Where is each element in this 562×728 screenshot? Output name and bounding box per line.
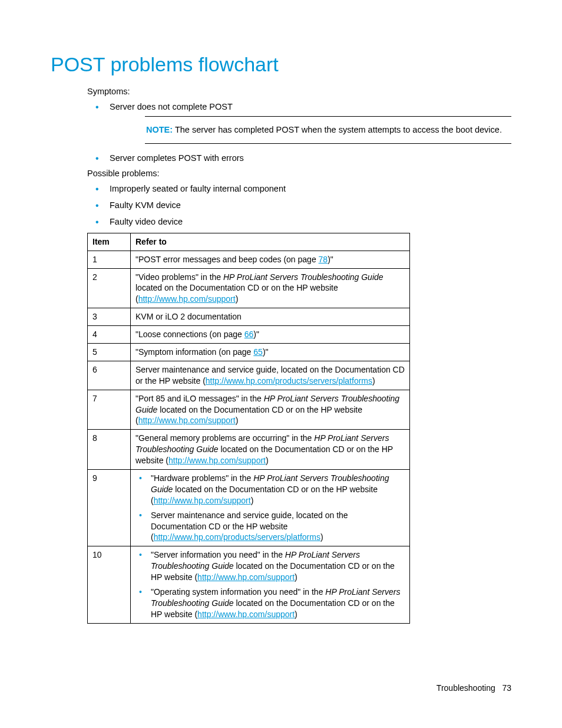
text: )" <box>253 330 259 339</box>
page: POST problems flowchart Symptoms: Server… <box>0 0 562 728</box>
text: )" <box>328 255 333 264</box>
page-link[interactable]: 78 <box>319 255 328 264</box>
content-body: Symptoms: Server does not complete POST … <box>87 87 511 624</box>
cell-refer: "Hardware problems" in the HP ProLiant S… <box>131 470 410 546</box>
url-link[interactable]: http://www.hp.com/support <box>197 572 295 582</box>
cell-item: 4 <box>88 326 131 344</box>
cell-item: 3 <box>88 308 131 326</box>
cell-refer: "Loose connections (on page 66)" <box>131 326 410 344</box>
cell-item: 9 <box>88 470 131 546</box>
url-link[interactable]: http://www.hp.com/support <box>168 456 266 465</box>
list-item: Faulty KVM device <box>87 199 511 211</box>
cell-refer: "Symptom information (on page 65)" <box>131 344 410 361</box>
text: ) <box>372 376 375 386</box>
list-item: Faulty video device <box>87 216 511 228</box>
text: ) <box>251 496 254 505</box>
url-link[interactable]: http://www.hp.com/support <box>138 294 236 304</box>
table-row: 5 "Symptom information (on page 65)" <box>88 344 410 361</box>
url-link[interactable]: http://www.hp.com/products/servers/platf… <box>206 376 372 386</box>
text: "Port 85 and iLO messages" in the <box>135 394 264 403</box>
text: "Server information you need" in the <box>151 550 285 559</box>
col-header-refer: Refer to <box>131 233 410 251</box>
text: )" <box>263 347 269 357</box>
text: "Loose connections (on page <box>135 330 244 339</box>
text: ) <box>320 532 323 542</box>
cell-item: 10 <box>88 546 131 623</box>
cell-item: 1 <box>88 251 131 268</box>
table-row: 2 "Video problems" in the HP ProLiant Se… <box>88 268 410 308</box>
cell-item: 5 <box>88 344 131 361</box>
text: ) <box>236 294 239 304</box>
cell-refer: KVM or iLO 2 documentation <box>131 308 410 326</box>
list-item: "Hardware problems" in the HP ProLiant S… <box>135 473 405 506</box>
text: ) <box>236 416 239 425</box>
list-item: Server maintenance and service guide, lo… <box>135 510 405 543</box>
cell-refer: "Server information you need" in the HP … <box>131 546 410 623</box>
list-item: Improperly seated or faulty internal com… <box>87 183 511 195</box>
inner-list: "Server information you need" in the HP … <box>135 549 405 620</box>
table-row: 1 "POST error messages and beep codes (o… <box>88 251 410 268</box>
page-link[interactable]: 66 <box>244 330 254 339</box>
table-row: 4 "Loose connections (on page 66)" <box>88 326 410 344</box>
inner-list: "Hardware problems" in the HP ProLiant S… <box>135 473 405 543</box>
cell-refer: "Port 85 and iLO messages" in the HP Pro… <box>131 390 410 430</box>
url-link[interactable]: http://www.hp.com/support <box>197 610 295 619</box>
symptoms-list: Server does not complete POST NOTE: The … <box>87 101 511 164</box>
table-row: 3 KVM or iLO 2 documentation <box>88 308 410 326</box>
list-item: "Server information you need" in the HP … <box>135 549 405 583</box>
table-row: 8 "General memory problems are occurring… <box>88 430 410 470</box>
list-item: Server completes POST with errors <box>87 152 511 164</box>
problems-label: Possible problems: <box>87 169 511 178</box>
table-row: 7 "Port 85 and iLO messages" in the HP P… <box>88 390 410 430</box>
page-link[interactable]: 65 <box>253 347 263 357</box>
cell-refer: "POST error messages and beep codes (on … <box>131 251 410 268</box>
url-link[interactable]: http://www.hp.com/support <box>138 416 236 425</box>
text: "Operating system information you need" … <box>151 587 325 597</box>
symptoms-label: Symptoms: <box>87 87 511 96</box>
table-row: 10 "Server information you need" in the … <box>88 546 410 623</box>
symptom-text: Server does not complete POST <box>110 102 233 111</box>
text: ) <box>295 572 297 582</box>
text: "Video problems" in the <box>135 272 223 282</box>
cell-refer: Server maintenance and service guide, lo… <box>131 361 410 390</box>
reference-table: Item Refer to 1 "POST error messages and… <box>87 233 410 624</box>
col-header-item: Item <box>88 233 131 251</box>
cell-item: 2 <box>88 268 131 308</box>
table-header-row: Item Refer to <box>88 233 410 251</box>
footer-page-number: 73 <box>502 683 511 693</box>
note-label: NOTE: <box>146 125 173 134</box>
cell-item: 6 <box>88 361 131 390</box>
text: ) <box>295 610 297 619</box>
text: ) <box>266 456 269 465</box>
cell-refer: "Video problems" in the HP ProLiant Serv… <box>131 268 410 308</box>
table-row: 6 Server maintenance and service guide, … <box>88 361 410 390</box>
url-link[interactable]: http://www.hp.com/products/servers/platf… <box>154 532 320 542</box>
cell-refer: "General memory problems are occurring" … <box>131 430 410 470</box>
doc-title: HP ProLiant Servers Troubleshooting Guid… <box>223 272 384 282</box>
text: "General memory problems are occurring" … <box>135 433 314 443</box>
table-row: 9 "Hardware problems" in the HP ProLiant… <box>88 470 410 546</box>
footer-section: Troubleshooting <box>437 683 495 693</box>
text: "POST error messages and beep codes (on … <box>135 255 319 264</box>
note-text: The server has completed POST when the s… <box>173 125 502 134</box>
url-link[interactable]: http://www.hp.com/support <box>154 496 251 505</box>
text: "Hardware problems" in the <box>151 473 253 483</box>
cell-item: 7 <box>88 390 131 430</box>
page-footer: Troubleshooting 73 <box>437 683 511 693</box>
note-box: NOTE: The server has completed POST when… <box>145 116 511 143</box>
problems-list: Improperly seated or faulty internal com… <box>87 183 511 228</box>
cell-item: 8 <box>88 430 131 470</box>
page-heading: POST problems flowchart <box>51 53 511 76</box>
text: "Symptom information (on page <box>135 347 253 357</box>
list-item: Server does not complete POST NOTE: The … <box>87 101 511 144</box>
list-item: "Operating system information you need" … <box>135 587 405 620</box>
